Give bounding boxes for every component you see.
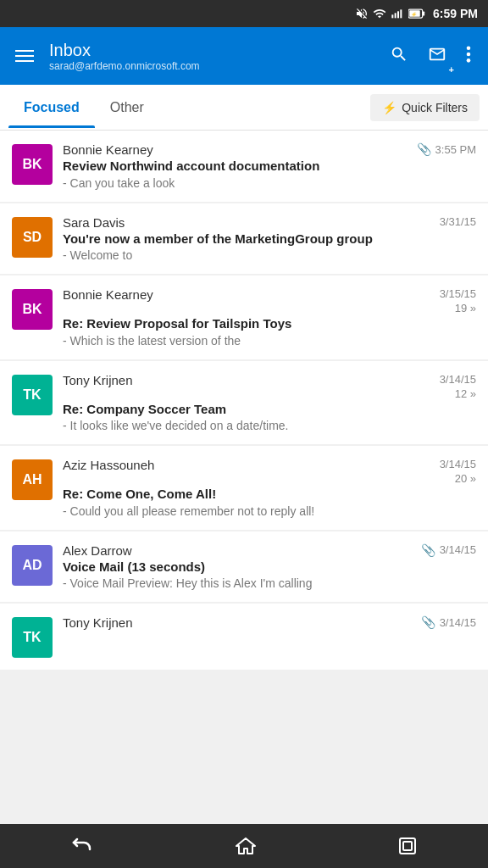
email-subject: Re: Come One, Come All!: [63, 486, 476, 503]
recents-button[interactable]: [380, 829, 435, 863]
email-header-row: Sara Davis 3/31/15: [63, 215, 476, 230]
svg-point-9: [467, 52, 471, 56]
search-icon: [390, 45, 408, 64]
header-title-block: Inbox sarad@arfdemo.onmicrosoft.com: [49, 40, 373, 72]
email-subject: Re: Company Soccer Team: [63, 401, 476, 418]
email-subject: Review Northwind account documentation: [63, 158, 476, 175]
svg-point-8: [467, 46, 471, 50]
email-body: Sara Davis 3/31/15 You're now a member o…: [63, 215, 476, 263]
hamburger-icon: [15, 55, 34, 57]
quick-filters-label: Quick Filters: [402, 101, 468, 114]
email-header-row: Tony Krijnen 📎 3/14/15: [63, 615, 476, 630]
menu-button[interactable]: [12, 47, 37, 65]
email-header-row: Bonnie Kearney 3/15/15 19 »: [63, 287, 476, 314]
home-button[interactable]: [218, 829, 274, 863]
mute-icon: [355, 7, 369, 20]
header-actions: +: [385, 40, 476, 73]
svg-rect-5: [423, 12, 425, 16]
email-item[interactable]: SD Sara Davis 3/31/15 You're now a membe…: [0, 203, 488, 275]
svg-rect-11: [400, 838, 415, 854]
home-icon: [235, 836, 257, 856]
email-meta: 📎 3:55 PM: [417, 142, 476, 156]
email-preview: - Welcome to: [63, 248, 476, 262]
email-preview: - It looks like we've decided on a date/…: [63, 419, 476, 432]
bottom-navigation: [0, 824, 488, 868]
avatar: BK: [12, 289, 53, 330]
email-item[interactable]: BK Bonnie Kearney 3/15/15 19 » Re: Revie…: [0, 275, 488, 359]
svg-rect-1: [395, 13, 396, 18]
email-date: 3:55 PM: [435, 143, 476, 156]
back-button[interactable]: [53, 829, 111, 863]
email-list: BK Bonnie Kearney 📎 3:55 PM Review North…: [0, 131, 488, 824]
email-meta: 📎 3/14/15: [421, 615, 476, 629]
email-header-row: Aziz Hassouneh 3/14/15 20 »: [63, 458, 476, 485]
inbox-title: Inbox: [49, 40, 373, 60]
email-item[interactable]: TK Tony Krijnen 📎 3/14/15: [0, 604, 488, 670]
email-subject: You're now a member of the MarketingGrou…: [63, 231, 476, 248]
hamburger-icon: [15, 60, 34, 62]
email-sender: Tony Krijnen: [63, 615, 133, 630]
signal-icon: [391, 7, 404, 20]
more-icon: [466, 45, 471, 64]
email-preview: - Voice Mail Preview: Hey this is Alex I…: [63, 576, 476, 590]
email-subject: Voice Mail (13 seconds): [63, 559, 476, 576]
attachment-icon: 📎: [417, 142, 431, 156]
attachment-icon: 📎: [421, 615, 435, 629]
email-body: Bonnie Kearney 3/15/15 19 » Re: Review P…: [63, 287, 476, 348]
email-date: 3/15/15: [440, 287, 476, 300]
email-sender: Bonnie Kearney: [63, 142, 153, 157]
avatar: AD: [12, 545, 53, 586]
email-date: 3/14/15: [440, 373, 476, 386]
account-email: sarad@arfdemo.onmicrosoft.com: [49, 60, 373, 72]
thread-count: 20 »: [455, 472, 476, 485]
email-item[interactable]: AD Alex Darrow 📎 3/14/15 Voice Mail (13 …: [0, 531, 488, 603]
svg-text:⚡: ⚡: [411, 11, 418, 18]
email-sender: Aziz Hassouneh: [63, 458, 154, 472]
email-date: 3/14/15: [440, 458, 476, 470]
email-body: Tony Krijnen 3/14/15 12 » Re: Company So…: [63, 373, 476, 433]
svg-rect-12: [403, 842, 412, 850]
email-preview: - Which is the latest version of the: [63, 334, 476, 348]
svg-rect-3: [400, 9, 402, 18]
wifi-icon: [373, 7, 386, 20]
avatar: BK: [12, 144, 53, 185]
more-options-button[interactable]: [461, 40, 476, 73]
avatar: AH: [12, 459, 53, 500]
email-date: 3/14/15: [440, 543, 476, 556]
svg-rect-0: [391, 14, 393, 18]
avatar: SD: [12, 217, 53, 258]
status-icons: ⚡ 6:59 PM: [355, 7, 478, 20]
email-date: 3/31/15: [440, 215, 476, 228]
avatar: TK: [12, 375, 53, 415]
status-bar: ⚡ 6:59 PM: [0, 0, 488, 27]
email-body: Bonnie Kearney 📎 3:55 PM Review Northwin…: [63, 142, 476, 190]
search-button[interactable]: [385, 40, 413, 73]
tab-focused[interactable]: Focused: [8, 88, 95, 127]
email-item[interactable]: BK Bonnie Kearney 📎 3:55 PM Review North…: [0, 131, 488, 202]
email-item[interactable]: AH Aziz Hassouneh 3/14/15 20 » Re: Come …: [0, 446, 488, 530]
compose-icon: [427, 45, 447, 64]
back-icon: [70, 836, 94, 856]
email-header-row: Tony Krijnen 3/14/15 12 »: [63, 373, 476, 400]
email-item[interactable]: TK Tony Krijnen 3/14/15 12 » Re: Company…: [0, 361, 488, 445]
email-date: 3/14/15: [440, 616, 476, 629]
compose-plus-icon: +: [449, 64, 454, 75]
email-header-row: Alex Darrow 📎 3/14/15: [63, 543, 476, 558]
quick-filters-button[interactable]: ⚡ Quick Filters: [370, 94, 480, 121]
tab-other[interactable]: Other: [95, 88, 159, 127]
thread-meta: 3/14/15 20 »: [440, 458, 476, 485]
bolt-icon: ⚡: [382, 101, 396, 114]
email-body: Tony Krijnen 📎 3/14/15: [63, 615, 476, 630]
email-sender: Alex Darrow: [63, 543, 132, 558]
tabs-bar: Focused Other ⚡ Quick Filters: [0, 85, 488, 131]
svg-rect-2: [397, 11, 399, 18]
app-header: Inbox sarad@arfdemo.onmicrosoft.com +: [0, 27, 488, 85]
email-preview: - Could you all please remember not to r…: [63, 504, 476, 518]
battery-icon: ⚡: [408, 8, 425, 19]
thread-count: 12 »: [455, 387, 476, 400]
email-header-row: Bonnie Kearney 📎 3:55 PM: [63, 142, 476, 157]
compose-button[interactable]: +: [422, 40, 452, 73]
attachment-icon: 📎: [421, 543, 435, 557]
email-preview: - Can you take a look: [63, 176, 476, 190]
status-time: 6:59 PM: [433, 7, 478, 20]
